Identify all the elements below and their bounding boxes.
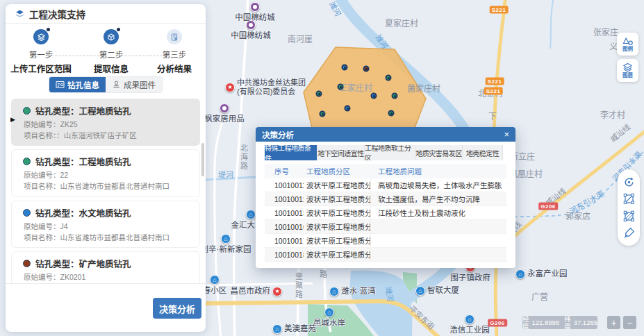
borehole-marker[interactable] [342, 65, 348, 71]
decision-support-panel: 工程决策支持 第一步 上传工作区范围 [6, 4, 206, 332]
step-1-circle [33, 29, 49, 44]
modal-tabs: 特殊工程地质条件 地下空间适宜性 工程地质软土分区 地质灾害易发区 地壳稳定性 [265, 145, 503, 160]
borehole-project: 项目名称：：山东淄河铁矿店子矿区 [23, 131, 192, 140]
building-poi-icon[interactable]: ⌂ [515, 269, 525, 279]
table-row: 10010012波状平原工程地质分区软土强度低，易产生不均匀沉降 [265, 192, 506, 206]
map-label: 张家庄 [593, 28, 618, 37]
cell-issue: 软土强度低，易产生不均匀沉降 [371, 194, 506, 204]
decision-analysis-button[interactable]: 决策分析 [153, 298, 201, 319]
step-3[interactable]: 第三步 分析结果 [141, 29, 208, 75]
rectangle-select-button[interactable] [622, 193, 635, 205]
cell-zone: 波状平原工程地质分区 [304, 178, 371, 192]
building-poi-icon[interactable]: ⌂ [272, 324, 282, 334]
borehole-marker[interactable] [388, 110, 395, 117]
building-poi-icon[interactable]: ⌂ [329, 287, 339, 296]
tab-special-geo-conditions[interactable]: 特殊工程地质条件 [265, 145, 317, 160]
borehole-marker[interactable] [316, 91, 322, 97]
borehole-marker-core [318, 93, 320, 95]
road-badge-s221: S221 [484, 87, 503, 95]
gov-poi-icon[interactable]: ★ [272, 287, 282, 296]
building-poi-icon[interactable]: ⌂ [221, 234, 231, 244]
map-label: 广营 [531, 293, 548, 301]
poi-label: 中共潍坊金丝达集团(有限公司)委员会 [237, 78, 309, 96]
zoom-out-button[interactable]: − [623, 316, 636, 329]
building-poi-icon[interactable]: ⌂ [465, 314, 474, 324]
table-row: 10010018波状平原工程地质分区 [265, 248, 506, 262]
shop-poi-icon[interactable] [246, 20, 256, 30]
borehole-marker-core [390, 112, 393, 115]
borehole-marker[interactable] [345, 106, 351, 112]
borehole-marker[interactable] [338, 84, 344, 90]
building-poi-icon[interactable]: ⌂ [246, 210, 256, 219]
step-2[interactable]: 第二步 提取信息 [78, 29, 145, 75]
result-maps-icon [112, 81, 121, 89]
borehole-list-item[interactable]: ▶钻孔类型：工程地质钻孔原始编号：ZK25项目名称：：山东淄河铁矿店子矿区 [11, 99, 200, 146]
polygon-draw-icon [623, 210, 635, 222]
borehole-marker[interactable] [363, 66, 370, 72]
shop-poi-icon[interactable] [220, 103, 229, 113]
map-label: 郭家店 [565, 212, 591, 221]
road-badge-s221: S221 [490, 6, 509, 14]
borehole-marker-core [365, 68, 368, 70]
step-3-name: 第三步 [141, 49, 208, 60]
tab-borehole-info[interactable]: 钻孔信息 [49, 77, 106, 92]
tab-crustal-stability[interactable]: 地壳稳定性 [463, 145, 503, 160]
borehole-marker[interactable] [392, 93, 398, 99]
table-row: 10010013波状平原工程地质分区江段砂性土及粉土震动液化 [265, 206, 506, 220]
step-1[interactable]: 第一步 上传工作区范围 [8, 29, 74, 75]
cell-id: 10010018 [265, 251, 304, 259]
list-scrollbar[interactable] [201, 143, 204, 176]
borehole-list-item[interactable]: 钻孔类型：水文地质钻孔原始编号：J4项目名称：山东省潍坊市益都县北普通村南口 [11, 201, 200, 248]
borehole-type-row: 钻孔类型：工程地质钻孔 [23, 155, 192, 168]
borehole-list-item[interactable]: 钻孔类型：矿产地质钻孔原始编号：ZK0201项目名称：山东省潍坊市益都县张孟口东… [11, 251, 200, 285]
building-poi-icon[interactable]: ⌂ [324, 308, 334, 317]
table-header-row: 序号 工程地质分区 工程地质问题 [265, 164, 506, 178]
borehole-project: 项目名称：山东省潍坊市益都县北普通村南口 [23, 233, 192, 242]
poi-label: 潍水·蓝湾 [341, 287, 376, 296]
cell-id: 10010013 [265, 209, 304, 217]
borehole-type-text: 钻孔类型：水文地质钻孔 [35, 206, 131, 219]
step-1-badge [47, 28, 50, 31]
poi-label: 中国棉纺城 [235, 13, 275, 23]
zoom-in-button[interactable]: + [607, 316, 620, 329]
table-row: 10010016波状平原工程地质分区 [265, 220, 506, 234]
party-poi-icon[interactable]: ★ [225, 83, 235, 92]
tab-soft-soil-zoning[interactable]: 工程地质软土分区 [365, 145, 415, 160]
reset-view-button[interactable] [622, 176, 635, 188]
analysis-table: 序号 工程地质分区 工程地质问题 10010011波状平原工程地质分区高坡角边坡… [265, 164, 506, 262]
table-body: 10010011波状平原工程地质分区高坡角边坡易失稳，土体吸水产生膨胀10010… [265, 178, 506, 262]
map-label: 潍河 [374, 33, 389, 50]
polygon-draw-button[interactable] [622, 210, 635, 222]
table-row: 10010017波状平原工程地质分区 [265, 234, 506, 248]
cell-id: 10010011 [265, 181, 304, 190]
modal-close-icon[interactable]: × [504, 130, 509, 139]
shop-poi-icon[interactable] [250, 2, 260, 12]
borehole-type-text: 钻孔类型：矿产地质钻孔 [35, 257, 131, 270]
map-label: 奎聚路 [295, 273, 302, 300]
clear-draw-button[interactable] [622, 227, 635, 240]
cell-zone: 波状平原工程地质分区 [304, 220, 371, 233]
borehole-marker[interactable] [320, 111, 326, 117]
layers-button[interactable]: 图层 [617, 59, 638, 82]
borehole-marker-core [347, 108, 349, 110]
borehole-marker-core [340, 86, 342, 88]
tab-underground-suitability[interactable]: 地下空间适宜性 [317, 145, 365, 160]
borehole-marker-core [394, 95, 396, 97]
map-label: 夏家庄村 [385, 19, 418, 28]
borehole-code: 原始编号：ZK25 [23, 120, 192, 129]
map-draw-toolbar [618, 169, 640, 246]
tab-hazard-prone-areas[interactable]: 地质灾害易发区 [415, 145, 463, 160]
borehole-list-item[interactable]: 钻孔类型：工程地质钻孔原始编号：22项目名称：山东省潍坊市益都县北普通村南口 [11, 149, 200, 196]
col-header-zone: 工程地质分区 [304, 164, 371, 178]
map-label: 菌家庄村 [407, 85, 440, 93]
poi-label: 浩信工业园 [449, 326, 490, 335]
borehole-marker[interactable] [386, 75, 392, 81]
step-2-label: 提取信息 [78, 62, 145, 75]
tab-result-maps[interactable]: 成果图件 [106, 77, 162, 92]
borehole-marker[interactable] [371, 93, 377, 99]
borehole-type-dot [23, 107, 31, 115]
building-poi-icon[interactable]: ⌂ [210, 275, 220, 285]
building-poi-icon[interactable]: ⌂ [415, 286, 425, 296]
legend-button[interactable]: 图例 [617, 33, 638, 56]
step-1-label: 上传工作区范围 [8, 62, 74, 75]
